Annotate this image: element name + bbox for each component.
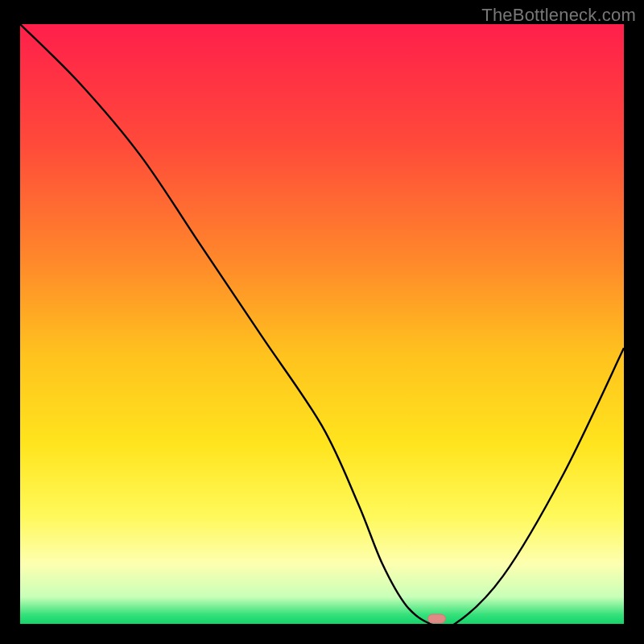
chart-frame: TheBottleneck.com	[0, 0, 644, 644]
bottleneck-chart	[20, 24, 624, 624]
plot-area	[20, 24, 624, 624]
optimal-point-marker	[428, 614, 446, 623]
gradient-background	[20, 24, 624, 624]
watermark-text: TheBottleneck.com	[481, 5, 636, 26]
